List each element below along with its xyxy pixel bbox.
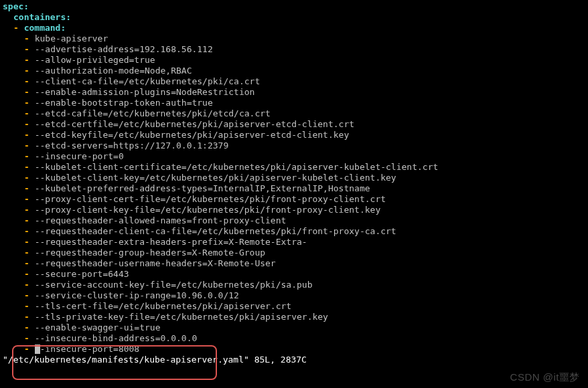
list-item: - --etcd-keyfile=/etc/kubernetes/pki/api… [3, 130, 585, 140]
vim-status-line: "/etc/kubernetes/manifests/kube-apiserve… [3, 355, 585, 365]
list-item: - --kubelet-client-key=/etc/kubernetes/p… [3, 173, 585, 183]
watermark: CSDN @it噩梦 [510, 372, 580, 383]
list-item: - --advertise-address=192.168.56.112 [3, 44, 585, 55]
list-item: - --insecure-port=8008 [3, 344, 585, 355]
yaml-key-command: - command: [3, 23, 585, 33]
list-item: - --proxy-client-key-file=/etc/kubernete… [3, 205, 585, 215]
list-item: - --requestheader-group-headers=X-Remote… [3, 248, 585, 258]
list-item: - --etcd-cafile=/etc/kubernetes/pki/etcd… [3, 108, 585, 119]
list-item: - --allow-privileged=true [3, 55, 585, 66]
list-item: - --etcd-servers=https://127.0.0.1:2379 [3, 140, 585, 151]
list-item: - --kubelet-preferred-address-types=Inte… [3, 183, 585, 194]
list-item: - --service-cluster-ip-range=10.96.0.0/1… [3, 290, 585, 301]
list-item: - --client-ca-file=/etc/kubernetes/pki/c… [3, 76, 585, 87]
list-item: - --service-account-key-file=/etc/kubern… [3, 280, 585, 290]
list-item: - kube-apiserver [3, 33, 585, 44]
list-item: - --authorization-mode=Node,RBAC [3, 66, 585, 76]
list-item: - --tls-private-key-file=/etc/kubernetes… [3, 312, 585, 322]
yaml-key-spec: spec: [3, 1, 585, 12]
list-item: - --kubelet-client-certificate=/etc/kube… [3, 162, 585, 173]
list-item: - --secure-port=6443 [3, 269, 585, 280]
yaml-key-containers: containers: [3, 12, 585, 23]
list-item: - --requestheader-extra-headers-prefix=X… [3, 237, 585, 248]
list-item: - --enable-bootstrap-token-auth=true [3, 98, 585, 108]
editor-viewport[interactable]: spec: containers: - command: - kube-apis… [3, 1, 585, 365]
list-item: - --etcd-certfile=/etc/kubernetes/pki/ap… [3, 119, 585, 130]
list-item: - --proxy-client-cert-file=/etc/kubernet… [3, 194, 585, 205]
list-item: - --insecure-port=0 [3, 151, 585, 162]
list-item: - --requestheader-allowed-names=front-pr… [3, 215, 585, 226]
list-item: - --insecure-bind-address=0.0.0.0 [3, 333, 585, 344]
list-item: - --requestheader-client-ca-file=/etc/ku… [3, 226, 585, 237]
list-item: - --tls-cert-file=/etc/kubernetes/pki/ap… [3, 301, 585, 312]
list-item: - --enable-swagger-ui=true [3, 322, 585, 333]
list-item: - --requestheader-username-headers=X-Rem… [3, 258, 585, 269]
list-item: - --enable-admission-plugins=NodeRestric… [3, 87, 585, 98]
